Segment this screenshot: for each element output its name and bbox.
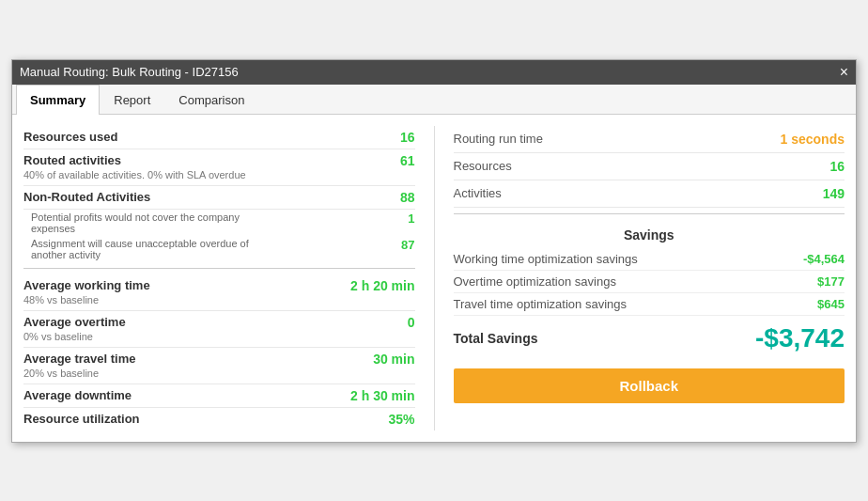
routed-activities-sub: 40% of available activities. 0% with SLA…	[23, 169, 246, 180]
total-savings-label: Total Savings	[454, 331, 538, 346]
resources-used-value: 16	[391, 130, 415, 145]
tab-comparison[interactable]: Comparison	[164, 85, 258, 115]
savings-title: Savings	[454, 222, 845, 248]
non-routed-sub2-row: Assignment will cause unacceptable overd…	[23, 236, 415, 262]
non-routed-label: Non-Routed Activities	[23, 190, 150, 204]
avg-travel-time-row: Average travel time 20% vs baseline 30 m…	[23, 348, 415, 384]
tab-bar: Summary Report Comparison	[12, 85, 856, 115]
resources-used-row: Resources used 16	[23, 126, 415, 149]
avg-downtime-value: 2 h 30 min	[341, 388, 414, 403]
non-routed-value: 88	[391, 190, 415, 205]
resource-utilization-label: Resource utilization	[23, 412, 140, 426]
non-routed-header-row: Non-Routed Activities 88	[23, 186, 415, 210]
savings-section: Savings Working time optimization saving…	[454, 222, 845, 403]
resources-value: 16	[829, 159, 845, 174]
savings-value-0: -$4,564	[803, 252, 845, 266]
tab-summary[interactable]: Summary	[16, 85, 100, 115]
total-savings-value: -$3,742	[755, 323, 845, 353]
avg-downtime-label: Average downtime	[23, 388, 132, 402]
resource-utilization-row: Resource utilization 35%	[23, 408, 415, 431]
left-panel: Resources used 16 Routed activities 40% …	[23, 126, 435, 431]
resources-row: Resources 16	[454, 153, 845, 180]
routed-activities-value: 61	[391, 153, 415, 168]
avg-travel-time-value: 30 min	[364, 352, 414, 367]
activities-value: 149	[823, 186, 845, 201]
non-routed-sub2-label: Assignment will cause unacceptable overd…	[31, 238, 256, 260]
savings-label-2: Travel time optimization savings	[454, 297, 627, 311]
avg-overtime-value: 0	[398, 315, 415, 330]
title-bar: Manual Routing: Bulk Routing - ID27156 ×	[12, 60, 856, 85]
activities-row: Activities 149	[454, 180, 845, 208]
avg-overtime-sub: 0% vs baseline	[23, 331, 93, 342]
avg-downtime-row: Average downtime 2 h 30 min	[23, 384, 415, 408]
tab-report[interactable]: Report	[100, 85, 164, 115]
savings-value-2: $645	[817, 297, 845, 311]
non-routed-sub2-value: 87	[401, 238, 414, 260]
savings-value-1: $177	[817, 274, 845, 289]
routing-run-time-row: Routing run time 1 seconds	[454, 126, 845, 153]
savings-label-1: Overtime optimization savings	[454, 274, 616, 289]
avg-overtime-label: Average overtime	[23, 315, 126, 329]
non-routed-sub1-value: 1	[408, 211, 414, 234]
close-button[interactable]: ×	[840, 65, 848, 80]
avg-overtime-row: Average overtime 0% vs baseline 0	[23, 311, 415, 348]
content-area: Resources used 16 Routed activities 40% …	[12, 115, 856, 442]
savings-row-2: Travel time optimization savings $645	[454, 293, 845, 316]
window-title: Manual Routing: Bulk Routing - ID27156	[20, 65, 239, 79]
total-savings-row: Total Savings -$3,742	[454, 316, 845, 361]
resource-utilization-value: 35%	[379, 412, 414, 427]
routed-activities-label: Routed activities	[23, 153, 246, 167]
routed-activities-row: Routed activities 40% of available activ…	[23, 149, 415, 186]
avg-travel-time-sub: 20% vs baseline	[23, 368, 99, 379]
savings-row-1: Overtime optimization savings $177	[454, 271, 845, 293]
non-routed-sub1-label: Potential profits would not cover the co…	[31, 211, 256, 234]
routing-run-time-value: 1 seconds	[781, 132, 845, 147]
rollback-button[interactable]: Rollback	[454, 368, 845, 403]
main-window: Manual Routing: Bulk Routing - ID27156 ×…	[11, 59, 857, 443]
savings-row-0: Working time optimization savings -$4,56…	[454, 248, 845, 271]
avg-working-time-label: Average working time	[23, 278, 150, 292]
right-panel: Routing run time 1 seconds Resources 16 …	[435, 126, 845, 431]
savings-label-0: Working time optimization savings	[454, 252, 638, 266]
avg-travel-time-label: Average travel time	[23, 352, 135, 366]
resources-used-label: Resources used	[23, 130, 117, 144]
avg-working-time-sub: 48% vs baseline	[23, 294, 99, 305]
activities-label: Activities	[454, 186, 502, 200]
avg-working-time-row: Average working time 48% vs baseline 2 h…	[23, 274, 415, 311]
resources-label: Resources	[454, 159, 512, 173]
non-routed-sub1-row: Potential profits would not cover the co…	[23, 210, 415, 236]
avg-working-time-value: 2 h 20 min	[341, 278, 414, 293]
routing-run-time-label: Routing run time	[454, 132, 543, 146]
